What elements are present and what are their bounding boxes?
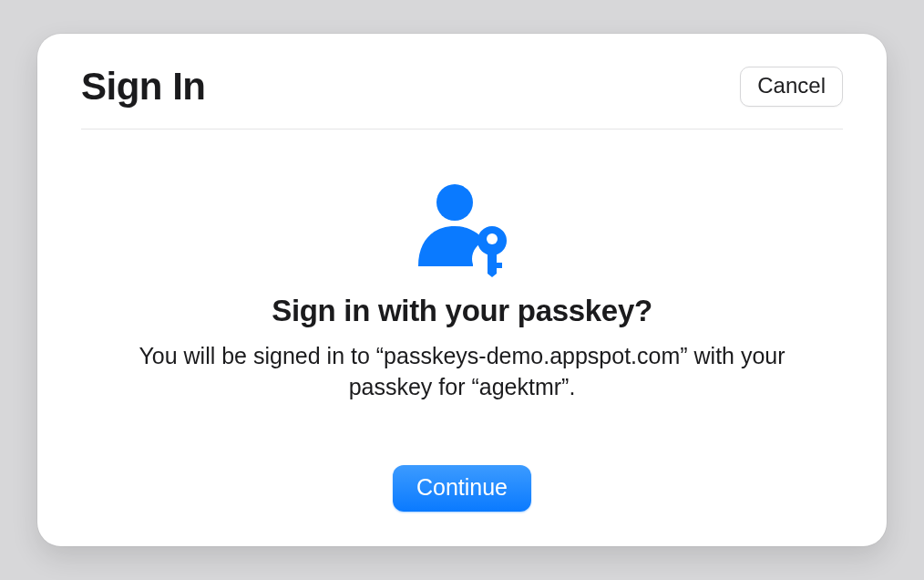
sign-in-dialog: Sign In Cancel Sign in with your passkey… <box>37 34 887 546</box>
cancel-button[interactable]: Cancel <box>740 67 843 107</box>
continue-button[interactable]: Continue <box>393 465 531 512</box>
prompt-title: Sign in with your passkey? <box>272 294 652 328</box>
svg-point-2 <box>487 233 498 244</box>
prompt-subtitle: You will be signed in to “passkeys-demo.… <box>116 341 808 403</box>
dialog-body: Sign in with your passkey? You will be s… <box>81 129 843 512</box>
passkey-icon <box>413 182 511 277</box>
dialog-header: Sign In Cancel <box>81 65 843 129</box>
dialog-title: Sign In <box>81 65 206 109</box>
svg-point-0 <box>436 184 473 221</box>
